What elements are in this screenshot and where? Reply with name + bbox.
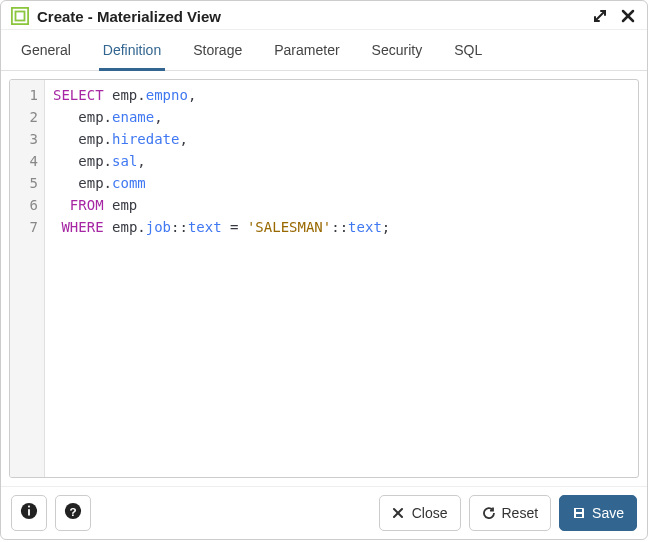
close-icon[interactable]	[621, 9, 635, 23]
code-line[interactable]: SELECT emp.empno,	[53, 84, 630, 106]
expand-icon[interactable]	[593, 9, 607, 23]
svg-rect-9	[576, 514, 582, 517]
app-logo-icon	[11, 7, 29, 25]
code-line[interactable]: emp.hiredate,	[53, 128, 630, 150]
code-line[interactable]: emp.ename,	[53, 106, 630, 128]
tabbar: GeneralDefinitionStorageParameterSecurit…	[1, 30, 647, 71]
close-x-icon	[392, 506, 406, 520]
code-line[interactable]: emp.comm	[53, 172, 630, 194]
reset-icon	[482, 506, 496, 520]
title-controls	[593, 9, 637, 23]
code-line[interactable]: emp.sal,	[53, 150, 630, 172]
svg-rect-3	[28, 509, 30, 515]
titlebar: Create - Materialized View	[1, 1, 647, 30]
footer: ? Close Reset	[1, 486, 647, 539]
svg-text:?: ?	[69, 505, 76, 518]
tab-sql[interactable]: SQL	[450, 38, 486, 70]
editor-code[interactable]: SELECT emp.empno, emp.ename, emp.hiredat…	[45, 80, 638, 477]
tab-parameter[interactable]: Parameter	[270, 38, 343, 70]
editor-gutter: 1234567	[10, 80, 45, 477]
close-button-label: Close	[412, 505, 448, 521]
reset-button[interactable]: Reset	[469, 495, 552, 531]
info-button[interactable]	[11, 495, 47, 531]
svg-rect-1	[16, 12, 25, 21]
question-icon: ?	[64, 502, 82, 524]
tab-storage[interactable]: Storage	[189, 38, 246, 70]
save-icon	[572, 506, 586, 520]
save-button[interactable]: Save	[559, 495, 637, 531]
tab-definition[interactable]: Definition	[99, 38, 165, 71]
svg-rect-0	[12, 8, 28, 24]
info-icon	[20, 502, 38, 524]
reset-button-label: Reset	[502, 505, 539, 521]
svg-rect-8	[576, 509, 582, 512]
close-button[interactable]: Close	[379, 495, 461, 531]
tab-general[interactable]: General	[17, 38, 75, 70]
code-line[interactable]: WHERE emp.job::text = 'SALESMAN'::text;	[53, 216, 630, 238]
dialog-title: Create - Materialized View	[37, 8, 593, 25]
svg-rect-4	[28, 506, 30, 508]
sql-editor[interactable]: 1234567 SELECT emp.empno, emp.ename, emp…	[9, 79, 639, 478]
tab-security[interactable]: Security	[368, 38, 427, 70]
code-line[interactable]: FROM emp	[53, 194, 630, 216]
help-button[interactable]: ?	[55, 495, 91, 531]
dialog-create-materialized-view: Create - Materialized View GeneralDefini…	[0, 0, 648, 540]
save-button-label: Save	[592, 505, 624, 521]
